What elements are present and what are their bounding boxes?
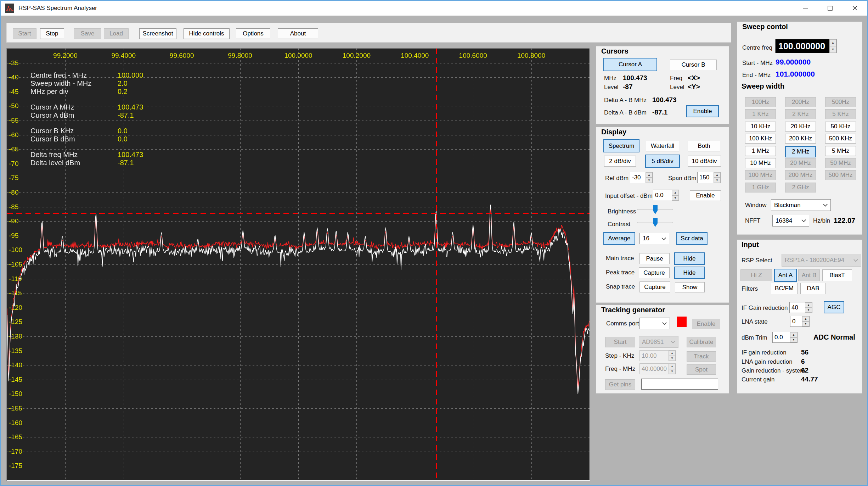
cursor-freq-label: Freq xyxy=(670,75,682,82)
peak-trace-label: Peak trace xyxy=(606,269,635,276)
legend-row: Cursor A dBm-87.1 xyxy=(30,111,74,119)
dds-type-combo: AD9851 xyxy=(639,336,678,348)
get-pins-button: Get pins xyxy=(605,379,635,390)
input-offset-label: Input offset - dBm xyxy=(605,192,653,200)
close-icon[interactable] xyxy=(842,1,867,16)
legend-row: Delta freq MHz100.473 xyxy=(30,151,78,159)
screenshot-button[interactable]: Screenshot xyxy=(139,28,176,39)
gain-stat-label: Current gain xyxy=(742,376,775,383)
db2-div-button[interactable]: 2 dB/div xyxy=(604,156,636,167)
legend-value: 0.0 xyxy=(118,135,128,143)
sweep-width-1-khz: 1 KHz xyxy=(745,109,776,119)
sweep-width-10-khz[interactable]: 10 KHz xyxy=(745,122,776,132)
filters-label: Filters xyxy=(742,285,758,292)
legend-label: Delta level dBm xyxy=(30,159,80,167)
legend-row: Cursor A MHz100.473 xyxy=(30,103,74,111)
rsp-select-combo: RSP1A - 180200AE94 xyxy=(782,254,861,267)
biast-button[interactable]: BiasT xyxy=(822,269,852,281)
legend-row: Sweep width - MHz2.0 xyxy=(30,79,91,88)
ref-dbm-spinner[interactable]: ▲▼ xyxy=(630,172,653,183)
sweep-width-500-khz[interactable]: 500 KHz xyxy=(825,134,856,144)
hi-z-button: Hi Z xyxy=(740,269,772,281)
track-button: Track xyxy=(687,351,716,362)
spectrum-canvas[interactable] xyxy=(7,49,590,480)
cursor-freq-value: <X> xyxy=(688,74,700,82)
sweep-width-50-khz[interactable]: 50 KHz xyxy=(825,122,856,132)
average-button[interactable]: Average xyxy=(603,232,635,245)
delta-mhz-label: Delta A - B MHz xyxy=(604,97,647,104)
db5-div-button[interactable]: 5 dB/div xyxy=(645,155,680,168)
ant-b-button: Ant B xyxy=(798,269,820,281)
nfft-combo[interactable]: 16384 xyxy=(772,215,809,227)
dbm-trim-spinner[interactable]: ▲▼ xyxy=(772,332,797,343)
legend-label: Sweep width - MHz xyxy=(30,79,91,87)
if-gain-reduction-spinner[interactable]: ▲▼ xyxy=(789,302,812,313)
spectrum-mode-button[interactable]: Spectrum xyxy=(603,139,639,152)
window-combo[interactable]: Blackman xyxy=(771,199,831,211)
delta-dbm-value: -87.1 xyxy=(652,108,667,116)
sweep-width-20-khz[interactable]: 20 KHz xyxy=(785,122,816,132)
sweep-width-200-khz[interactable]: 200 KHz xyxy=(785,134,816,144)
minimize-icon[interactable] xyxy=(793,1,818,16)
legend-value: -87.1 xyxy=(118,159,134,167)
sweep-width-100-khz[interactable]: 100 KHz xyxy=(745,134,776,144)
db10-div-button[interactable]: 10 dB/div xyxy=(688,156,721,167)
about-button[interactable]: About xyxy=(278,28,318,39)
start-mhz-value: 99.000000 xyxy=(776,58,811,66)
average-count-combo[interactable]: 16 xyxy=(639,233,669,244)
lna-state-spinner[interactable]: ▲▼ xyxy=(790,316,810,327)
input-offset-spinner[interactable]: ▲▼ xyxy=(653,190,679,201)
comms-port-combo[interactable] xyxy=(639,318,670,329)
centre-freq-input[interactable]: ▲▼ xyxy=(775,39,837,53)
contrast-slider[interactable] xyxy=(637,218,673,227)
span-dbm-label: Span dBm xyxy=(668,175,696,182)
ant-a-button[interactable]: Ant A xyxy=(774,269,797,282)
waterfall-mode-button[interactable]: Waterfall xyxy=(646,141,679,151)
cursors-panel: Cursors Cursor A Cursor B MHz 100.473 Fr… xyxy=(596,46,729,124)
peak-trace-capture-button[interactable]: Capture xyxy=(639,267,670,278)
legend-label: Delta freq MHz xyxy=(30,151,78,158)
cursor-b-button[interactable]: Cursor B xyxy=(670,60,717,70)
peak-trace-hide-button[interactable]: Hide xyxy=(674,267,705,279)
sweep-width-5-mhz[interactable]: 5 MHz xyxy=(825,146,856,156)
legend-row: Centre freq - MHz100.000 xyxy=(30,71,87,79)
if-gain-reduction-label: IF Gain reduction xyxy=(742,305,788,312)
stop-button[interactable]: Stop xyxy=(40,28,64,39)
sweep-width-200hz: 200Hz xyxy=(785,97,816,107)
legend-row: Delta level dBm-87.1 xyxy=(30,159,80,167)
lna-state-label: LNA state xyxy=(742,318,768,325)
cursors-enable-button[interactable]: Enable xyxy=(686,105,719,117)
options-button[interactable]: Options xyxy=(236,28,270,39)
scr-data-button[interactable]: Scr data xyxy=(676,232,708,245)
legend-label: Cursor A MHz xyxy=(30,103,74,111)
main-trace-pause-button[interactable]: Pause xyxy=(639,253,670,264)
step-khz-label: Step - KHz xyxy=(605,352,634,359)
maximize-icon[interactable] xyxy=(818,1,842,16)
comms-status-indicator xyxy=(677,317,687,327)
sweep-width-1-mhz[interactable]: 1 MHz xyxy=(745,146,776,156)
hzbin-value: 122.07 xyxy=(834,217,855,225)
delta-dbm-label: Delta A - B dBm xyxy=(604,109,647,116)
gain-stat-value: 62 xyxy=(801,367,808,374)
tracking-enable-button: Enable xyxy=(692,319,720,329)
hide-controls-button[interactable]: Hide controls xyxy=(184,28,230,39)
both-mode-button[interactable]: Both xyxy=(688,141,720,151)
sweep-width-10-mhz[interactable]: 10 MHz xyxy=(745,158,776,168)
pins-textbox[interactable] xyxy=(641,379,718,390)
main-trace-hide-button[interactable]: Hide xyxy=(674,252,705,265)
snap-trace-show-button[interactable]: Show xyxy=(675,282,705,292)
bcfm-filter-button[interactable]: BC/FM xyxy=(771,283,797,294)
cursor-a-button[interactable]: Cursor A xyxy=(603,58,657,71)
span-dbm-spinner[interactable]: ▲▼ xyxy=(697,172,721,183)
brightness-slider[interactable] xyxy=(637,205,673,214)
sweep-width-2-mhz[interactable]: 2 MHz xyxy=(785,146,816,157)
dab-filter-button[interactable]: DAB xyxy=(800,283,826,294)
agc-button[interactable]: AGC xyxy=(824,301,844,313)
snap-trace-capture-button[interactable]: Capture xyxy=(639,281,670,292)
legend-row: MHz per div0.2 xyxy=(30,88,68,96)
comms-port-label: Comms port xyxy=(606,320,639,327)
gain-stat-label: Gain reduction - system xyxy=(742,367,805,374)
cursor-mhz-value: 100.473 xyxy=(623,74,647,82)
legend-label: Cursor A dBm xyxy=(30,111,74,119)
offset-enable-button[interactable]: Enable xyxy=(690,190,721,201)
